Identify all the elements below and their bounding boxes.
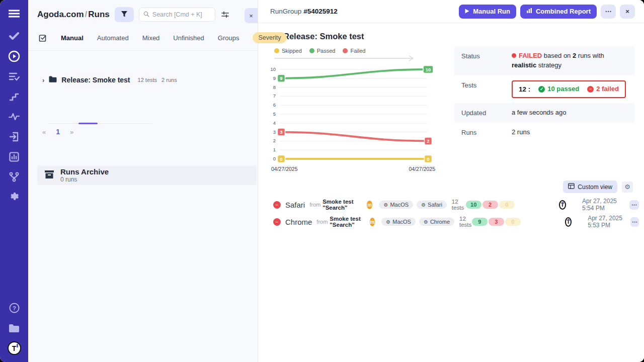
runs-tabs: Manual Automated Mixed Unfinished Groups… <box>28 27 258 51</box>
run-row-safari[interactable]: − Safari from Smoke test "Search" m ⚙Mac… <box>264 197 639 212</box>
tree-item-meta: 12 tests 2 runs <box>138 77 177 83</box>
pagination-prev-button[interactable]: « <box>42 128 46 136</box>
activity-pulse-icon[interactable] <box>8 110 21 123</box>
tests-failed-label: 2 failed <box>596 84 619 94</box>
chevron-right-icon[interactable]: › <box>42 76 44 84</box>
svg-text:2: 2 <box>273 138 276 143</box>
run-name[interactable]: Safari <box>285 201 305 209</box>
manual-badge: m <box>367 201 373 209</box>
run-more-button[interactable]: ⋯ <box>630 217 639 227</box>
collapse-panel-button[interactable]: × <box>245 8 258 23</box>
legend-item-skipped[interactable]: Skipped <box>274 48 302 54</box>
legend-item-failed[interactable]: Failed <box>343 48 365 54</box>
pagination-page-1[interactable]: 1 <box>56 128 60 136</box>
run-source: Smoke test "Search" <box>330 216 365 228</box>
svg-text:5: 5 <box>273 111 276 117</box>
test-plans-icon[interactable] <box>8 69 21 83</box>
folder-icon <box>49 75 57 84</box>
select-runs-icon[interactable] <box>39 33 47 42</box>
search-input[interactable] <box>152 11 211 18</box>
pagination: « 1 » <box>42 128 73 136</box>
reporter-logo-icon: T <box>559 200 566 210</box>
status-badge: FAILED <box>519 52 542 59</box>
run-group-tree-item[interactable]: › Release: Smoke test 12 tests 2 runs <box>28 72 258 87</box>
user-avatar[interactable]: T <box>8 341 21 355</box>
more-options-button[interactable]: ⋯ <box>601 5 616 19</box>
close-detail-button[interactable]: × <box>620 5 635 19</box>
gear-icon: ⚙ <box>383 202 388 208</box>
svg-text:?: ? <box>13 305 16 311</box>
help-icon[interactable]: ? <box>8 301 21 315</box>
run-name[interactable]: Chrome <box>285 218 312 226</box>
tab-automated[interactable]: Automated <box>97 34 129 42</box>
manual-run-button[interactable]: Manual Run <box>459 5 516 19</box>
run-stats: 9 3 0 <box>472 218 521 226</box>
combined-report-button[interactable]: Combined Report <box>520 5 597 19</box>
checks-icon[interactable] <box>8 29 21 43</box>
run-tests-count: 12 tests <box>452 199 466 211</box>
sidebar-nav <box>8 29 21 204</box>
import-icon[interactable] <box>8 130 21 143</box>
branches-icon[interactable] <box>8 170 21 184</box>
svg-text:9: 9 <box>273 75 276 81</box>
runs-value: 2 runs <box>512 128 634 137</box>
runs-archive-row[interactable]: Runs Archive 0 runs <box>37 166 257 185</box>
tab-unfinished[interactable]: Unfinished <box>173 34 204 42</box>
breadcrumb-project[interactable]: Agoda.com <box>37 10 84 19</box>
run-stats: 10 2 0 <box>466 201 515 209</box>
table-view-icon <box>568 183 575 191</box>
tab-manual[interactable]: Manual <box>61 34 84 42</box>
svg-text:9: 9 <box>280 75 282 81</box>
view-gear-button[interactable]: ⚙ <box>622 182 633 193</box>
updated-value: a few seconds ago <box>512 108 634 118</box>
archive-box-icon <box>44 170 54 181</box>
tests-label: Tests <box>461 80 512 89</box>
svg-text:0: 0 <box>427 156 429 162</box>
app-window: ? T Agoda.com/Runs × <box>0 0 644 362</box>
failed-count-pill: 3 <box>489 218 504 226</box>
view-settings-icon[interactable] <box>220 10 230 19</box>
projects-folder-icon[interactable] <box>8 321 21 335</box>
gear-icon: ⚙ <box>424 219 428 225</box>
runs-row: Runs 2 runs <box>454 123 634 142</box>
custom-view-label: Custom view <box>578 184 612 191</box>
run-date: Apr 27, 2025 5:53 PM <box>588 215 627 229</box>
env-os-pill: ⚙MacOS <box>379 201 413 209</box>
tab-groups[interactable]: Groups <box>218 34 239 42</box>
legend-item-passed[interactable]: Passed <box>309 48 336 54</box>
svg-text:6: 6 <box>273 102 276 108</box>
combined-report-label: Combined Report <box>536 8 591 15</box>
hamburger-menu-icon[interactable] <box>8 7 21 20</box>
svg-text:3: 3 <box>280 129 282 135</box>
env-os-label: MacOS <box>390 202 409 208</box>
run-row-chrome[interactable]: − Chrome from Smoke test "Search" m ⚙Mac… <box>264 214 639 229</box>
chart-legend: SkippedPassedFailed <box>265 48 452 54</box>
trend-chart: 01234567891004/27/202504/27/20250091032 <box>265 62 442 174</box>
tree-tests-count: 12 tests <box>138 77 157 83</box>
manual-run-label: Manual Run <box>473 8 510 15</box>
run-source: Smoke test "Search" <box>323 199 362 211</box>
run-more-button[interactable]: ⋯ <box>629 200 639 210</box>
pagination-next-button[interactable]: » <box>70 128 73 136</box>
severity-filter-badge[interactable]: Severity <box>253 32 286 43</box>
settings-gear-icon[interactable] <box>8 190 21 204</box>
passed-count-pill: 9 <box>472 218 488 226</box>
runs-icon[interactable] <box>8 49 21 63</box>
failed-status-icon: − <box>273 201 281 209</box>
svg-text:10: 10 <box>426 67 431 72</box>
updated-row: Updated a few seconds ago <box>454 103 634 123</box>
legend-dot-icon <box>274 48 279 53</box>
filter-button[interactable] <box>115 7 134 22</box>
svg-text:04/27/2025: 04/27/2025 <box>409 166 435 172</box>
reports-icon[interactable] <box>8 150 21 163</box>
custom-view-button[interactable]: Custom view <box>563 180 617 193</box>
sidebar: ? T <box>0 0 28 362</box>
skipped-count-pill: 0 <box>505 218 521 226</box>
tests-row: Tests 12 : ✓10 passed −2 failed <box>454 75 634 104</box>
tab-mixed[interactable]: Mixed <box>142 34 160 42</box>
tests-value: 12 : ✓10 passed −2 failed <box>512 80 634 99</box>
tests-passed-label: 10 passed <box>547 84 579 94</box>
run-date: Apr 27, 2025 5:54 PM <box>582 198 626 212</box>
steps-icon[interactable] <box>8 89 21 103</box>
status-text-3: strategy <box>536 61 561 69</box>
